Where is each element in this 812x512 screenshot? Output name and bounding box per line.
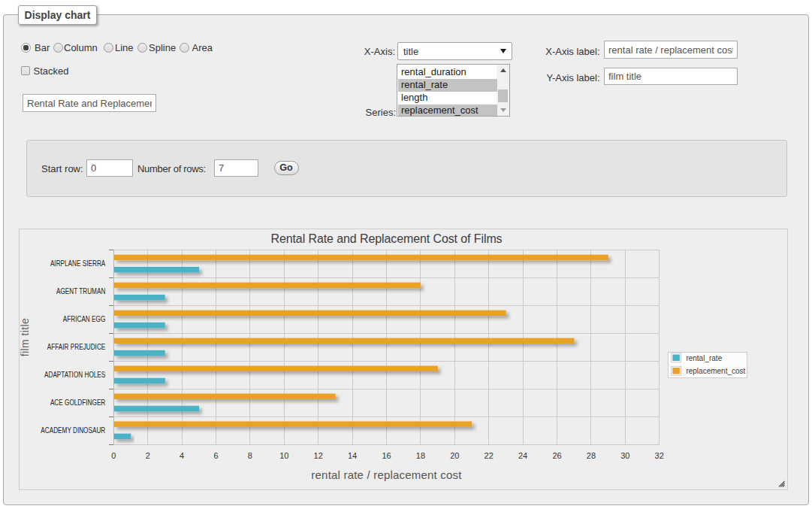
bar-rental_rate-academy-dinosaur[interactable] (114, 434, 131, 440)
x-tick-label: 32 (655, 451, 664, 460)
chart-title-input[interactable] (23, 94, 156, 112)
x-tick-label: 14 (348, 451, 357, 460)
chart-type-radio-spline[interactable] (137, 43, 147, 53)
number-of-rows-label: Number of rows: (137, 163, 206, 174)
category-label: ACADEMY DINOSAUR (41, 426, 105, 435)
legend-swatch-replacement_cost (672, 368, 680, 374)
bar-replacement_cost-academy-dinosaur[interactable] (114, 421, 472, 426)
x-tick-label: 28 (587, 451, 596, 460)
x-tick-label: 24 (518, 451, 527, 460)
x-axis-label-label: X-Axis label: (533, 46, 600, 57)
y-axis-label-input[interactable] (604, 68, 738, 85)
category-label: ACE GOLDFINGER (50, 398, 105, 407)
bar-rental_rate-agent-truman[interactable] (114, 295, 165, 301)
bar-rental_rate-airplane-sierra[interactable] (114, 267, 199, 273)
x-tick-label: 2 (146, 451, 150, 460)
start-row-label: Start row: (41, 163, 83, 174)
chart-type-radio-bar[interactable] (21, 43, 31, 53)
bar-replacement_cost-affair-prejudice[interactable] (114, 338, 575, 344)
category-label: AIRPLANE SIERRA (50, 259, 106, 268)
y-axis-label-label: Y-Axis label: (533, 72, 600, 83)
start-row-input[interactable] (86, 159, 133, 177)
series-option-replacement_cost[interactable]: replacement_cost (398, 105, 497, 117)
legend-label: replacement_cost (686, 367, 745, 375)
series-option-rental_duration[interactable]: rental_duration (398, 66, 497, 79)
chart-type-radio-area[interactable] (180, 43, 189, 53)
x-axis-selected-value: title (403, 46, 418, 57)
chevron-down-icon (500, 49, 506, 53)
bar-replacement_cost-adaptation-holes[interactable] (114, 366, 438, 371)
series-label: Series: (345, 107, 396, 118)
bar-replacement_cost-african-egg[interactable] (114, 311, 506, 316)
y-axis-title: film title (20, 318, 31, 356)
x-axis-title: rental rate / replacement cost (311, 468, 462, 481)
bar-rental_rate-adaptation-holes[interactable] (114, 378, 165, 384)
x-axis-select[interactable]: title (397, 42, 512, 60)
chart-type-radio-column[interactable] (53, 43, 63, 53)
series-option-length[interactable]: length (398, 92, 497, 105)
x-tick-label: 10 (279, 451, 288, 460)
x-tick-label: 22 (484, 451, 494, 460)
x-tick-label: 30 (620, 451, 629, 460)
x-tick-label: 6 (213, 451, 218, 460)
x-tick-label: 20 (450, 451, 459, 460)
category-label: AGENT TRUMAN (56, 287, 105, 295)
series-multiselect[interactable]: rental_durationrental_ratelengthreplacem… (397, 64, 510, 117)
scrollbar-down-button[interactable] (497, 105, 509, 116)
scrollbar[interactable] (497, 65, 509, 116)
x-axis-label: X-Axis: (344, 46, 395, 57)
scroll-down-icon (500, 108, 506, 112)
x-tick-label: 0 (111, 451, 116, 460)
scrollbar-thumb[interactable] (498, 89, 508, 102)
scrollbar-up-button[interactable] (497, 65, 509, 76)
legend-swatch-rental_rate (672, 355, 680, 362)
category-label: AFRICAN EGG (63, 315, 106, 323)
bar-replacement_cost-airplane-sierra[interactable] (114, 255, 608, 260)
x-tick-label: 16 (382, 451, 391, 460)
chart-container[interactable]: AIRPLANE SIERRAAGENT TRUMANAFRICAN EGGAF… (19, 229, 788, 490)
scroll-up-icon (500, 68, 506, 72)
x-tick-label: 12 (314, 451, 323, 460)
x-axis-label-input[interactable] (604, 41, 738, 59)
stacked-checkbox[interactable] (21, 66, 30, 75)
bar-replacement_cost-agent-truman[interactable] (114, 283, 421, 288)
page: Display chart BarColumnLineSplineArea St… (0, 0, 812, 512)
go-button[interactable]: Go (274, 161, 299, 175)
bar-rental_rate-african-egg[interactable] (114, 323, 165, 329)
fieldset-legend: Display chart (18, 5, 97, 25)
category-label: ADAPTATION HOLES (44, 371, 106, 379)
chart-type-radio-label-spline: Spline (149, 42, 176, 53)
chart-type-radio-label-column: Column (64, 42, 98, 53)
chart-type-radio-label-line: Line (115, 42, 134, 53)
number-of-rows-input[interactable] (214, 159, 258, 177)
category-label: AFFAIR PREJUDICE (47, 343, 106, 351)
x-tick-label: 18 (416, 451, 425, 460)
x-tick-label: 26 (552, 451, 561, 460)
legend-label: rental_rate (686, 354, 722, 362)
chart-type-radio-label-bar: Bar (35, 42, 50, 53)
chart-type-radio-label-area: Area (192, 42, 213, 53)
series-option-rental_rate[interactable]: rental_rate (398, 79, 497, 92)
chart-type-radio-line[interactable] (104, 43, 113, 53)
resize-grip-icon[interactable] (779, 481, 785, 487)
bar-replacement_cost-ace-goldfinger[interactable] (114, 393, 336, 398)
x-tick-label: 8 (248, 451, 252, 460)
x-tick-label: 4 (180, 451, 184, 460)
bar-rental_rate-affair-prejudice[interactable] (114, 350, 165, 356)
chart-svg: AIRPLANE SIERRAAGENT TRUMANAFRICAN EGGAF… (20, 229, 787, 489)
bar-rental_rate-ace-goldfinger[interactable] (114, 406, 199, 412)
stacked-label: Stacked (34, 65, 69, 77)
chart-title: Rental Rate and Replacement Cost of Film… (270, 232, 502, 245)
